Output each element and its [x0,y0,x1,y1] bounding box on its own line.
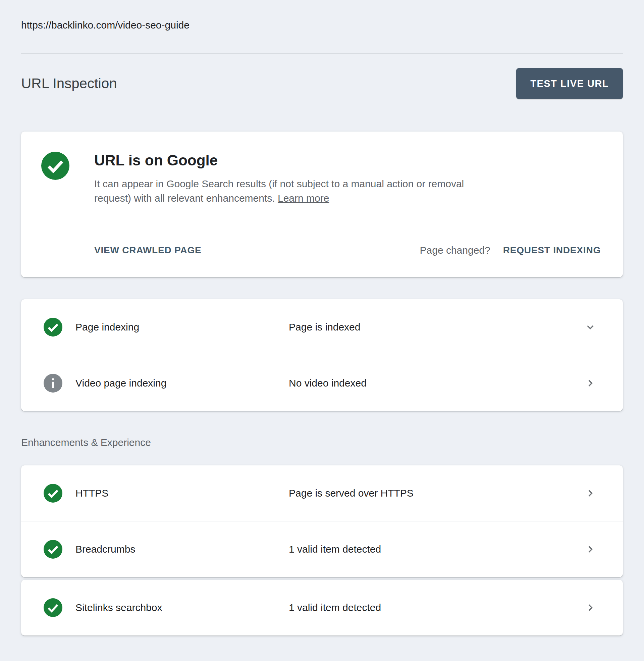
inspected-url-input[interactable]: https://backlinko.com/video-seo-guide [21,0,623,31]
page-title: URL Inspection [21,75,117,92]
view-crawled-page-button[interactable]: VIEW CRAWLED PAGE [94,245,202,256]
row-value: No video indexed [289,378,584,389]
verdict-main: URL is on Google It can appear in Google… [21,132,623,223]
row-breadcrumbs[interactable]: Breadcrumbs 1 valid item detected [21,521,623,577]
check-circle-icon [44,540,62,559]
check-circle-icon [41,152,69,180]
url-inspection-page: https://backlinko.com/video-seo-guide UR… [0,0,644,636]
row-label: Page indexing [75,321,289,333]
verdict-description: It can appear in Google Search results (… [94,177,480,205]
chevron-right-icon[interactable] [584,544,596,555]
verdict-title: URL is on Google [94,152,480,169]
learn-more-link[interactable]: Learn more [278,192,329,204]
info-icon [44,374,62,392]
chevron-right-icon[interactable] [584,378,596,389]
row-label: HTTPS [75,487,289,499]
check-circle-icon [44,484,62,503]
chevron-right-icon[interactable] [584,602,596,613]
row-value: 1 valid item detected [289,544,584,555]
row-sitelinks-searchbox[interactable]: Sitelinks searchbox 1 valid item detecte… [21,580,623,636]
request-indexing-button[interactable]: REQUEST INDEXING [503,245,601,256]
page-changed-hint: Page changed? [420,245,490,256]
chevron-down-icon[interactable] [584,321,596,333]
check-circle-icon [44,598,62,617]
test-live-url-button[interactable]: TEST LIVE URL [516,68,623,99]
row-value: Page is indexed [289,321,584,333]
chevron-right-icon[interactable] [584,487,596,499]
row-https[interactable]: HTTPS Page is served over HTTPS [21,465,623,521]
row-page-indexing[interactable]: Page indexing Page is indexed [21,299,623,355]
divider [21,53,623,54]
enhancements-section-label: Enhancements & Experience [21,436,623,449]
card-gap [21,577,623,580]
verdict-card: URL is on Google It can appear in Google… [21,132,623,277]
enhancements-card: HTTPS Page is served over HTTPS Breadcru… [21,465,623,577]
verdict-text: URL is on Google It can appear in Google… [94,150,480,205]
check-circle-icon [44,318,62,337]
row-video-page-indexing[interactable]: Video page indexing No video indexed [21,355,623,411]
row-label: Video page indexing [75,378,289,389]
verdict-footer: VIEW CRAWLED PAGE Page changed? REQUEST … [21,223,623,277]
row-label: Sitelinks searchbox [75,602,289,613]
page-header: URL Inspection TEST LIVE URL [21,68,623,99]
indexing-card: Page indexing Page is indexed Video page… [21,299,623,411]
row-label: Breadcrumbs [75,544,289,555]
row-value: Page is served over HTTPS [289,487,584,499]
enhancements-card-2: Sitelinks searchbox 1 valid item detecte… [21,580,623,636]
verdict-footer-right: Page changed? REQUEST INDEXING [420,245,601,256]
row-value: 1 valid item detected [289,602,584,613]
